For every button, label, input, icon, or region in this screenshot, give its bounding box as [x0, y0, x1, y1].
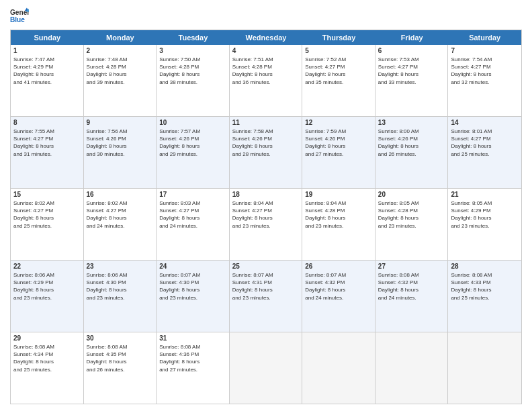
day-cell: 24Sunrise: 8:07 AM Sunset: 4:30 PM Dayli… [157, 261, 230, 332]
day-cell: 29Sunrise: 8:08 AM Sunset: 4:34 PM Dayli… [11, 332, 84, 404]
day-number: 2 [87, 47, 154, 54]
day-number: 17 [159, 191, 226, 198]
day-info: Sunrise: 7:54 AM Sunset: 4:27 PM Dayligh… [451, 56, 519, 86]
day-cell: 4Sunrise: 7:51 AM Sunset: 4:28 PM Daylig… [230, 45, 303, 116]
day-number: 8 [13, 119, 81, 126]
day-info: Sunrise: 7:48 AM Sunset: 4:28 PM Dayligh… [87, 56, 154, 86]
day-header: Saturday [448, 30, 521, 45]
day-cell: 1Sunrise: 7:47 AM Sunset: 4:29 PM Daylig… [11, 45, 84, 116]
header: General Blue [10, 7, 522, 26]
day-cell: 15Sunrise: 8:02 AM Sunset: 4:27 PM Dayli… [11, 189, 84, 260]
day-number: 16 [87, 191, 154, 198]
day-number: 30 [87, 334, 154, 342]
day-info: Sunrise: 8:00 AM Sunset: 4:26 PM Dayligh… [378, 128, 445, 158]
day-info: Sunrise: 7:53 AM Sunset: 4:27 PM Dayligh… [378, 56, 445, 86]
day-info: Sunrise: 7:56 AM Sunset: 4:26 PM Dayligh… [87, 128, 154, 158]
day-number: 24 [159, 263, 226, 270]
calendar-row: 15Sunrise: 8:02 AM Sunset: 4:27 PM Dayli… [11, 189, 521, 261]
day-cell: 17Sunrise: 8:03 AM Sunset: 4:27 PM Dayli… [157, 189, 230, 260]
day-number: 5 [305, 47, 372, 54]
day-info: Sunrise: 7:50 AM Sunset: 4:28 PM Dayligh… [159, 56, 226, 86]
calendar-header-row: SundayMondayTuesdayWednesdayThursdayFrid… [11, 30, 521, 45]
day-cell: 2Sunrise: 7:48 AM Sunset: 4:28 PM Daylig… [84, 45, 157, 116]
svg-text:Blue: Blue [10, 16, 25, 24]
day-info: Sunrise: 7:57 AM Sunset: 4:26 PM Dayligh… [159, 128, 226, 158]
day-info: Sunrise: 8:08 AM Sunset: 4:32 PM Dayligh… [378, 271, 445, 302]
day-number: 6 [378, 47, 445, 54]
day-cell: 14Sunrise: 8:01 AM Sunset: 4:27 PM Dayli… [448, 117, 521, 188]
day-number: 1 [13, 47, 81, 54]
day-number: 22 [13, 263, 81, 270]
day-info: Sunrise: 7:58 AM Sunset: 4:26 PM Dayligh… [232, 128, 300, 158]
day-cell: 27Sunrise: 8:08 AM Sunset: 4:32 PM Dayli… [375, 261, 449, 332]
day-info: Sunrise: 8:03 AM Sunset: 4:27 PM Dayligh… [159, 199, 226, 230]
day-header: Monday [84, 30, 157, 45]
day-info: Sunrise: 8:02 AM Sunset: 4:27 PM Dayligh… [87, 199, 154, 230]
day-header: Sunday [11, 30, 84, 45]
day-number: 21 [451, 191, 519, 198]
day-info: Sunrise: 8:08 AM Sunset: 4:34 PM Dayligh… [13, 343, 81, 373]
day-info: Sunrise: 7:47 AM Sunset: 4:29 PM Dayligh… [13, 56, 81, 86]
day-info: Sunrise: 8:07 AM Sunset: 4:30 PM Dayligh… [159, 271, 226, 302]
day-cell: 23Sunrise: 8:06 AM Sunset: 4:30 PM Dayli… [84, 261, 157, 332]
day-cell: 30Sunrise: 8:08 AM Sunset: 4:35 PM Dayli… [84, 332, 157, 404]
day-number: 7 [451, 47, 519, 54]
day-cell: 31Sunrise: 8:08 AM Sunset: 4:36 PM Dayli… [157, 332, 230, 404]
day-cell: 13Sunrise: 8:00 AM Sunset: 4:26 PM Dayli… [375, 117, 449, 188]
day-info: Sunrise: 8:08 AM Sunset: 4:33 PM Dayligh… [451, 271, 519, 302]
day-info: Sunrise: 8:01 AM Sunset: 4:27 PM Dayligh… [451, 128, 519, 158]
day-info: Sunrise: 8:08 AM Sunset: 4:36 PM Dayligh… [159, 343, 226, 373]
day-number: 3 [159, 47, 226, 54]
empty-cell [302, 332, 375, 404]
day-number: 18 [232, 191, 300, 198]
day-cell: 5Sunrise: 7:52 AM Sunset: 4:27 PM Daylig… [302, 45, 375, 116]
day-info: Sunrise: 8:06 AM Sunset: 4:30 PM Dayligh… [87, 271, 154, 302]
calendar-body: 1Sunrise: 7:47 AM Sunset: 4:29 PM Daylig… [11, 45, 521, 404]
day-header: Tuesday [157, 30, 230, 45]
day-cell: 3Sunrise: 7:50 AM Sunset: 4:28 PM Daylig… [157, 45, 230, 116]
day-number: 15 [13, 191, 81, 198]
day-cell: 18Sunrise: 8:04 AM Sunset: 4:27 PM Dayli… [230, 189, 303, 260]
calendar: SundayMondayTuesdayWednesdayThursdayFrid… [10, 30, 522, 404]
calendar-row: 22Sunrise: 8:06 AM Sunset: 4:29 PM Dayli… [11, 261, 521, 332]
logo-icon: General Blue [10, 7, 29, 26]
day-number: 25 [232, 263, 300, 270]
day-number: 19 [305, 191, 372, 198]
day-info: Sunrise: 8:04 AM Sunset: 4:27 PM Dayligh… [232, 199, 300, 230]
day-info: Sunrise: 8:02 AM Sunset: 4:27 PM Dayligh… [13, 199, 81, 230]
day-info: Sunrise: 8:05 AM Sunset: 4:29 PM Dayligh… [451, 199, 519, 230]
day-info: Sunrise: 8:08 AM Sunset: 4:35 PM Dayligh… [87, 343, 154, 373]
day-number: 20 [378, 191, 445, 198]
day-header: Thursday [302, 30, 375, 45]
logo: General Blue [10, 7, 29, 26]
day-header: Friday [375, 30, 449, 45]
day-number: 12 [305, 119, 372, 126]
day-info: Sunrise: 7:51 AM Sunset: 4:28 PM Dayligh… [232, 56, 300, 86]
page: General Blue SundayMondayTuesdayWednesda… [0, 0, 532, 411]
day-info: Sunrise: 7:55 AM Sunset: 4:27 PM Dayligh… [13, 128, 81, 158]
empty-cell [375, 332, 449, 404]
calendar-row: 8Sunrise: 7:55 AM Sunset: 4:27 PM Daylig… [11, 117, 521, 189]
day-cell: 7Sunrise: 7:54 AM Sunset: 4:27 PM Daylig… [448, 45, 521, 116]
day-number: 29 [13, 334, 81, 342]
day-number: 9 [87, 119, 154, 126]
empty-cell [448, 332, 521, 404]
day-number: 26 [305, 263, 372, 270]
day-cell: 11Sunrise: 7:58 AM Sunset: 4:26 PM Dayli… [230, 117, 303, 188]
day-cell: 22Sunrise: 8:06 AM Sunset: 4:29 PM Dayli… [11, 261, 84, 332]
day-number: 4 [232, 47, 300, 54]
day-number: 28 [451, 263, 519, 270]
day-number: 23 [87, 263, 154, 270]
calendar-row: 1Sunrise: 7:47 AM Sunset: 4:29 PM Daylig… [11, 45, 521, 117]
day-header: Wednesday [230, 30, 303, 45]
day-cell: 10Sunrise: 7:57 AM Sunset: 4:26 PM Dayli… [157, 117, 230, 188]
day-cell: 28Sunrise: 8:08 AM Sunset: 4:33 PM Dayli… [448, 261, 521, 332]
empty-cell [230, 332, 303, 404]
day-info: Sunrise: 7:52 AM Sunset: 4:27 PM Dayligh… [305, 56, 372, 86]
day-cell: 16Sunrise: 8:02 AM Sunset: 4:27 PM Dayli… [84, 189, 157, 260]
day-info: Sunrise: 8:07 AM Sunset: 4:31 PM Dayligh… [232, 271, 300, 302]
day-number: 14 [451, 119, 519, 126]
day-info: Sunrise: 8:07 AM Sunset: 4:32 PM Dayligh… [305, 271, 372, 302]
day-cell: 21Sunrise: 8:05 AM Sunset: 4:29 PM Dayli… [448, 189, 521, 260]
day-cell: 20Sunrise: 8:05 AM Sunset: 4:28 PM Dayli… [375, 189, 449, 260]
